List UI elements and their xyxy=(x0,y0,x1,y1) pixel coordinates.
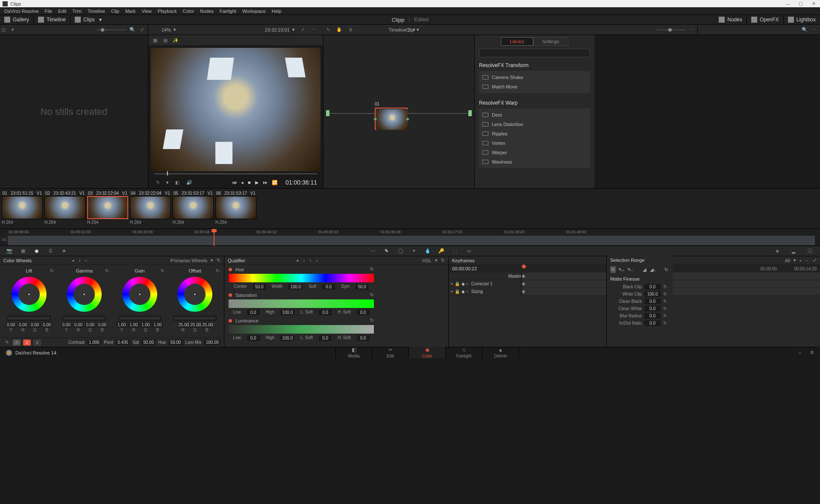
fx-item[interactable]: Warper xyxy=(479,148,590,157)
playhead[interactable] xyxy=(214,229,215,246)
picker-add-icon[interactable]: ✎₊ xyxy=(618,266,625,273)
last-frame-button[interactable]: ⏭ xyxy=(263,180,267,185)
histogram-icon[interactable]: ▂ xyxy=(788,247,799,255)
clip-thumb[interactable]: 0123:01:51:15V1H.264 xyxy=(2,190,43,227)
stills-icon[interactable]: ▾ xyxy=(9,26,16,33)
page-2-button[interactable]: 2 xyxy=(33,340,41,346)
clip-thumb[interactable]: 0223:32:43:21V1H.264 xyxy=(44,190,85,227)
matte-value[interactable]: 0.0 xyxy=(644,313,661,319)
menu-nodes[interactable]: Nodes xyxy=(197,8,216,14)
clip-thumb[interactable]: 0323:32:22:04V1H.264 xyxy=(87,190,128,227)
menu-edit[interactable]: Edit xyxy=(56,8,69,14)
eraser-add-icon[interactable]: ◢₊ xyxy=(650,266,656,273)
3d-icon[interactable]: ▭ xyxy=(463,247,475,255)
matte-value[interactable]: 0.0 xyxy=(644,320,661,326)
auto-color-icon[interactable]: ✎ xyxy=(3,339,10,346)
curves-tool-icon[interactable]: ⵒ xyxy=(44,247,56,255)
menu-color[interactable]: Color xyxy=(180,8,197,14)
menu-fairlight[interactable]: Fairlight xyxy=(217,8,239,14)
nodes-menu-icon[interactable]: ⋯ xyxy=(688,26,695,33)
color-wheel-offset[interactable] xyxy=(177,277,212,312)
nodes-zoom-slider[interactable] xyxy=(655,29,685,30)
menu-mark[interactable]: Mark xyxy=(123,8,138,14)
matte-reset-icon[interactable]: ↻ xyxy=(663,291,669,297)
prev-frame-button[interactable]: ◂ xyxy=(241,180,244,185)
menu-trim[interactable]: Trim xyxy=(70,8,84,14)
settings-icon[interactable]: ⚙ xyxy=(810,350,814,355)
color-wheel-gain[interactable] xyxy=(122,277,157,312)
lum-gradient[interactable] xyxy=(229,325,374,334)
wheels-tool-icon[interactable]: ◉ xyxy=(31,247,43,255)
viewer-mode-2-icon[interactable]: ▤ xyxy=(162,37,169,44)
wheel-reset-icon[interactable]: ↻ xyxy=(105,268,109,274)
timeline-track[interactable] xyxy=(8,236,815,245)
matte-reset-icon[interactable]: ↻ xyxy=(663,306,669,311)
matte-value[interactable]: 0.0 xyxy=(644,284,661,290)
viewer-scrubber[interactable] xyxy=(154,171,317,176)
node-input[interactable] xyxy=(326,110,329,116)
fx-item[interactable]: Lens Distortion xyxy=(479,120,590,129)
tab-settings[interactable]: Settings xyxy=(533,37,568,46)
page-tab-deliver[interactable]: ▲Deliver xyxy=(482,347,519,358)
sizing-icon[interactable]: ⬚ xyxy=(449,247,461,255)
fx-item[interactable]: Waviness xyxy=(479,157,590,167)
node-box[interactable] xyxy=(375,108,408,130)
kf-expand-icon[interactable]: ⤢ xyxy=(813,258,817,263)
wheel-reset-icon[interactable]: ↻ xyxy=(50,268,54,274)
master-wheel[interactable] xyxy=(8,316,50,320)
disable-icon[interactable]: ⊘ xyxy=(347,26,354,33)
clip-thumb[interactable]: 0623:31:53:17V1H.264 xyxy=(215,190,256,227)
fx-item[interactable]: Camera Shake xyxy=(479,73,590,82)
wheels-reset-icon[interactable]: ↻ xyxy=(217,258,220,263)
menu-help[interactable]: Help xyxy=(269,8,284,14)
qualifier-mode[interactable]: HSL xyxy=(423,258,432,263)
matte-reset-icon[interactable]: ↻ xyxy=(663,284,669,290)
loop-button[interactable]: 🔁 xyxy=(272,180,278,185)
menu-view[interactable]: View xyxy=(139,8,154,14)
keyframes-all[interactable]: All xyxy=(785,258,790,263)
clip-thumb[interactable]: 0423:32:22:04V1H.264 xyxy=(130,190,171,227)
scopes-icon[interactable]: ◈ xyxy=(771,247,783,255)
gallery-button[interactable]: Gallery xyxy=(0,15,33,24)
clips-button[interactable]: Clips▾ xyxy=(71,15,106,24)
maximize-button[interactable]: ▢ xyxy=(794,0,807,7)
viewer-timecode[interactable]: 23:32:23:01 xyxy=(265,27,290,32)
fx-item[interactable]: Dent xyxy=(479,110,590,120)
stop-button[interactable]: ■ xyxy=(248,180,251,185)
sat-reset-icon[interactable]: ↻ xyxy=(370,292,374,298)
lum-reset-icon[interactable]: ↻ xyxy=(370,318,374,323)
picker-sub-icon[interactable]: ✎₋ xyxy=(627,266,634,273)
nodes-button[interactable]: Nodes xyxy=(714,15,747,24)
wheel-reset-icon[interactable]: ↻ xyxy=(216,268,220,274)
page-tab-edit[interactable]: ✂Edit xyxy=(372,347,409,358)
picker-tool-icon[interactable]: ✎ xyxy=(610,266,616,273)
page-tab-fairlight[interactable]: ♫Fairlight xyxy=(446,347,482,358)
key-icon[interactable]: 🔑 xyxy=(435,247,447,255)
matte-value[interactable]: 0.0 xyxy=(644,299,661,304)
layout-icon[interactable]: ◫ xyxy=(0,26,7,33)
hue-gradient[interactable] xyxy=(229,274,374,282)
magic-icon[interactable]: ✨ xyxy=(172,37,179,44)
wheels-mode[interactable]: Primaries Wheels xyxy=(170,258,207,263)
curve-icon[interactable]: 〰 xyxy=(367,247,379,255)
picker-icon[interactable]: ✎ xyxy=(154,179,161,186)
close-button[interactable]: ✕ xyxy=(807,0,820,7)
fx-item[interactable]: Ripples xyxy=(479,129,590,138)
matte-reset-icon[interactable]: ↻ xyxy=(663,313,669,319)
window-icon[interactable]: ◯ xyxy=(394,247,406,255)
minimize-button[interactable]: — xyxy=(782,0,794,7)
wipe-icon[interactable]: ◧ xyxy=(174,179,181,186)
nodes-panel[interactable]: 01 xyxy=(323,35,475,188)
info-icon[interactable]: ⓘ xyxy=(804,247,816,255)
page-1-button[interactable]: 1 xyxy=(23,340,31,346)
grid-tool-icon[interactable]: ▦ xyxy=(17,247,29,255)
page-tab-color[interactable]: ◉Color xyxy=(409,347,446,358)
page-tab-media[interactable]: ◧Media xyxy=(335,347,372,358)
pointer-icon[interactable]: ↖ xyxy=(325,26,332,33)
menu-icon[interactable]: ⋯ xyxy=(310,26,317,33)
fx-item[interactable]: Vortex xyxy=(479,138,590,148)
viewer-image[interactable] xyxy=(151,48,320,171)
fx-search-icon[interactable]: 🔍 xyxy=(801,26,808,33)
matte-value[interactable]: 100.0 xyxy=(644,291,661,297)
clip-thumb[interactable]: 0523:31:53:17V1H.264 xyxy=(173,190,214,227)
